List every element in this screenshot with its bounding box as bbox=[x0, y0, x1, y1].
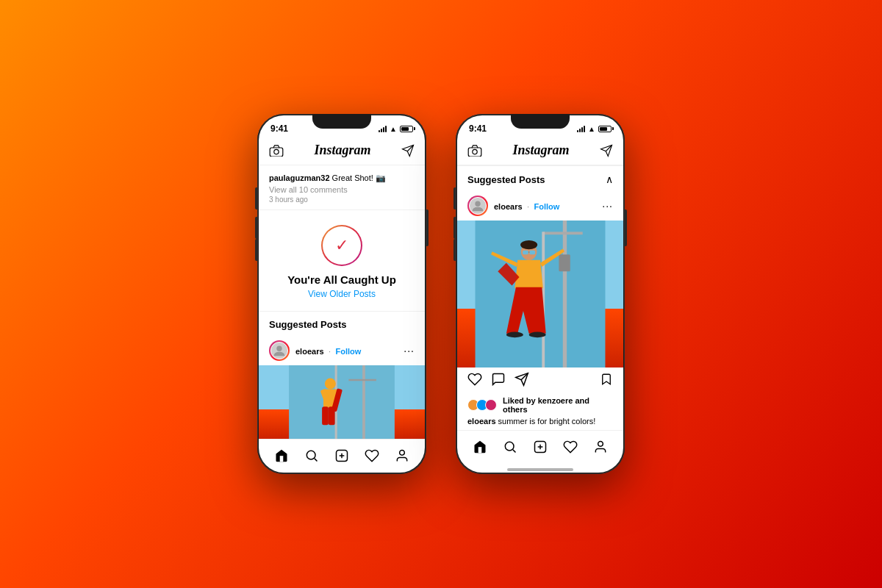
post-header-1: eloears · Follow ··· bbox=[259, 336, 425, 365]
instagram-logo-2: Instagram bbox=[512, 143, 569, 158]
checkmark-icon: ✓ bbox=[335, 236, 348, 255]
signal-icon-1 bbox=[379, 125, 387, 132]
bottom-nav-1 bbox=[259, 439, 425, 471]
phone-2-screen: 9:41 ▲ Instagram bbox=[457, 115, 623, 473]
home-indicator-2 bbox=[457, 462, 623, 473]
suggested-header-2[interactable]: Suggested Posts ∧ bbox=[457, 165, 623, 191]
view-comments-link[interactable]: View all 10 comments bbox=[269, 185, 415, 194]
battery-icon-2 bbox=[598, 126, 612, 132]
ig-header-2: Instagram bbox=[457, 136, 623, 165]
check-circle: ✓ bbox=[321, 225, 362, 266]
nav-add-2[interactable] bbox=[529, 436, 551, 458]
svg-rect-27 bbox=[563, 220, 567, 368]
likes-text-2: Liked by kenzoere and others bbox=[503, 396, 613, 414]
send-icon-2[interactable] bbox=[600, 144, 613, 157]
status-icons-1: ▲ bbox=[379, 125, 413, 133]
svg-rect-14 bbox=[329, 407, 335, 426]
svg-rect-28 bbox=[543, 232, 583, 234]
nav-add-1[interactable] bbox=[331, 445, 353, 467]
comment-icon-2[interactable] bbox=[491, 372, 506, 390]
time-2: 9:41 bbox=[469, 123, 487, 134]
post-user-info-1: eloears · Follow bbox=[295, 344, 361, 357]
status-icons-2: ▲ bbox=[577, 125, 612, 133]
post-actions-2 bbox=[457, 368, 623, 395]
svg-point-20 bbox=[400, 450, 405, 455]
svg-rect-30 bbox=[559, 254, 570, 271]
svg-rect-5 bbox=[289, 365, 395, 439]
camera-icon-1[interactable] bbox=[269, 145, 284, 157]
nav-search-2[interactable] bbox=[499, 436, 521, 458]
nav-home-1[interactable] bbox=[270, 445, 293, 467]
nav-profile-1[interactable] bbox=[391, 445, 413, 467]
wifi-icon-2: ▲ bbox=[588, 125, 595, 133]
share-icon-2[interactable] bbox=[514, 372, 529, 390]
svg-point-9 bbox=[325, 379, 336, 390]
svg-point-35 bbox=[520, 240, 537, 249]
caught-up-title: You're All Caught Up bbox=[287, 273, 396, 286]
follow-link-1[interactable]: Follow bbox=[336, 347, 362, 356]
home-indicator-1 bbox=[259, 471, 425, 473]
suggested-title-1: Suggested Posts bbox=[269, 319, 346, 330]
svg-point-37 bbox=[529, 332, 546, 338]
comment-text: paulaguzman32 Great Shot! 📷 bbox=[269, 173, 415, 184]
svg-line-16 bbox=[315, 459, 318, 462]
notch-1 bbox=[312, 114, 371, 129]
post-username-1[interactable]: eloears bbox=[295, 347, 324, 356]
battery-icon-1 bbox=[400, 126, 413, 132]
like-icon-2[interactable] bbox=[467, 372, 482, 390]
wifi-icon-1: ▲ bbox=[390, 125, 397, 133]
signal-icon-2 bbox=[577, 125, 585, 132]
suggested-title-2: Suggested Posts bbox=[467, 174, 545, 185]
svg-line-41 bbox=[513, 449, 516, 452]
svg-point-40 bbox=[505, 442, 514, 451]
bookmark-icon-2[interactable] bbox=[600, 372, 613, 390]
phone-1: 9:41 ▲ Instagram bbox=[257, 114, 426, 474]
post-header-2: eloears · Follow ··· bbox=[457, 191, 623, 220]
nav-search-1[interactable] bbox=[301, 445, 323, 467]
post-user-info-2: eloears · Follow bbox=[494, 199, 559, 212]
svg-point-1 bbox=[274, 149, 279, 154]
svg-rect-7 bbox=[348, 379, 376, 381]
post-caption-2: eloears summer is for bright colors! bbox=[457, 415, 623, 430]
follow-link-2[interactable]: Follow bbox=[534, 202, 560, 211]
liked-avatar-3 bbox=[485, 399, 497, 411]
liked-avatars-2 bbox=[467, 399, 494, 411]
svg-point-45 bbox=[598, 441, 603, 446]
phone-1-screen: 9:41 ▲ Instagram bbox=[259, 115, 425, 473]
more-options-2[interactable]: ··· bbox=[602, 200, 613, 212]
caught-up-section: ✓ You're All Caught Up View Older Posts bbox=[259, 210, 425, 311]
instagram-logo-1: Instagram bbox=[314, 143, 370, 158]
svg-rect-32 bbox=[523, 251, 528, 254]
chevron-up-icon[interactable]: ∧ bbox=[606, 173, 613, 185]
notch-2 bbox=[511, 114, 570, 129]
avatar-2[interactable] bbox=[467, 196, 488, 216]
view-older-posts-link[interactable]: View Older Posts bbox=[308, 289, 376, 299]
phone-2: 9:41 ▲ Instagram bbox=[456, 114, 625, 474]
svg-point-4 bbox=[276, 346, 282, 351]
avatar-1[interactable] bbox=[269, 340, 290, 361]
svg-point-15 bbox=[306, 451, 315, 459]
avatar-inner-2 bbox=[469, 197, 487, 215]
nav-home-2[interactable] bbox=[469, 436, 491, 458]
nav-heart-1[interactable] bbox=[361, 445, 383, 467]
send-icon-1[interactable] bbox=[401, 144, 415, 157]
time-ago: 3 hours ago bbox=[269, 196, 415, 204]
nav-heart-2[interactable] bbox=[559, 436, 581, 458]
svg-rect-13 bbox=[322, 407, 329, 426]
suggested-header-1: Suggested Posts bbox=[259, 311, 425, 336]
avatar-inner-1 bbox=[270, 342, 288, 359]
comment-section: paulaguzman32 Great Shot! 📷 View all 10 … bbox=[259, 165, 425, 210]
svg-rect-33 bbox=[529, 251, 535, 254]
camera-icon-2[interactable] bbox=[467, 145, 482, 157]
post-image-1 bbox=[259, 365, 425, 439]
svg-rect-6 bbox=[362, 365, 365, 439]
svg-point-36 bbox=[506, 332, 523, 338]
time-1: 9:41 bbox=[270, 123, 288, 134]
bottom-nav-2 bbox=[457, 430, 623, 462]
ig-header-1: Instagram bbox=[259, 136, 425, 165]
nav-profile-2[interactable] bbox=[589, 436, 612, 458]
post-username-2[interactable]: eloears bbox=[494, 202, 523, 211]
more-options-1[interactable]: ··· bbox=[404, 345, 415, 356]
svg-point-25 bbox=[475, 201, 480, 207]
post-likes-2: Liked by kenzoere and others bbox=[457, 395, 623, 415]
